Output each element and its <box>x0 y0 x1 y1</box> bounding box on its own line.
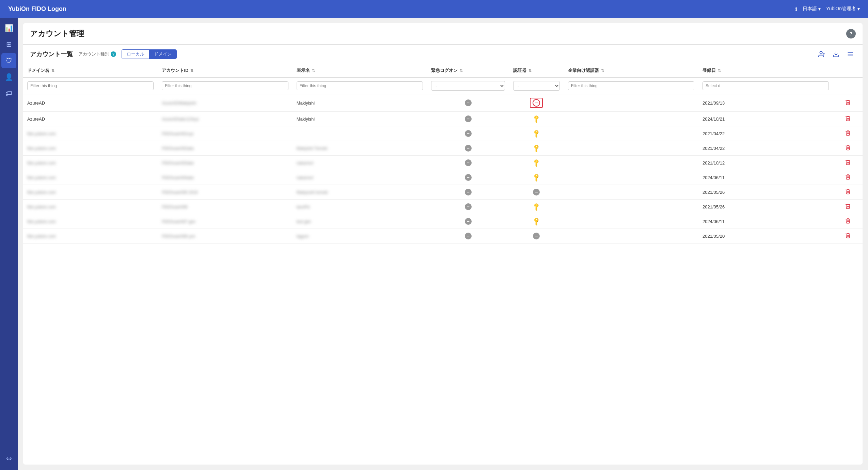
cell-enterprise <box>564 112 698 126</box>
sidebar-item-shield[interactable]: 🛡 <box>1 53 16 68</box>
sort-icon-date[interactable]: ⇅ <box>718 68 721 73</box>
delete-button[interactable] <box>845 190 851 195</box>
sort-icon-authenticator[interactable]: ⇅ <box>528 68 532 73</box>
filter-cell-account-id <box>158 77 292 94</box>
delete-button[interactable] <box>845 100 851 106</box>
sort-icon-account-id[interactable]: ⇅ <box>190 68 193 73</box>
list-options-button[interactable] <box>845 49 856 60</box>
filter-display-name-input[interactable] <box>297 81 423 90</box>
cell-authenticator: 🔑 <box>509 141 564 156</box>
cell-date: 2024/06/11 <box>698 170 833 185</box>
add-user-button[interactable] <box>816 49 827 60</box>
shield-icon: 🛡 <box>5 57 12 65</box>
account-type-text: アカウント種別 <box>78 51 109 57</box>
cell-domain: fido.yubion.com <box>23 229 158 244</box>
svg-point-0 <box>820 51 822 54</box>
cell-date: 2021/04/22 <box>698 126 833 141</box>
sidebar-item-grid[interactable]: ⊞ <box>1 37 16 52</box>
cell-display-name: Makiyishi <box>293 94 427 112</box>
filter-cell-display-name <box>293 77 427 94</box>
delete-button[interactable] <box>845 204 851 210</box>
filter-enterprise-input[interactable] <box>568 81 694 90</box>
emergency-minus-icon: − <box>465 189 472 195</box>
cell-date: 2021/09/13 <box>698 94 833 112</box>
user-menu[interactable]: YubiOn管理者 ▾ <box>826 6 860 12</box>
language-label: 日本語 <box>803 6 817 12</box>
emergency-minus-icon: − <box>465 174 472 181</box>
emergency-minus-icon: − <box>465 203 472 210</box>
authenticator-key-icon: 🔑 <box>532 158 541 168</box>
cell-delete <box>833 229 863 244</box>
table-row: fido.yubion.comFIDO\user008 yontagyon − … <box>23 229 863 244</box>
table-row: fido.yubion.comFIDO\user005 2016Makiyosh… <box>23 185 863 200</box>
sort-icon-display-name[interactable]: ⇅ <box>312 68 315 73</box>
cell-date: 2021/05/26 <box>698 185 833 200</box>
cell-emergency: − <box>427 200 509 214</box>
delete-button[interactable] <box>845 160 851 166</box>
main-layout: 📊 ⊞ 🛡 👤 🏷 ⇔ アカウント管理 ? アカウント一覧 アカ <box>0 18 868 470</box>
filter-date-input[interactable] <box>703 81 829 90</box>
cell-account-id: FIDO\user005 2016 <box>158 185 292 200</box>
sort-icon-domain[interactable]: ⇅ <box>51 68 54 73</box>
sort-icon-enterprise[interactable]: ⇅ <box>601 68 604 73</box>
account-type-help-icon[interactable]: ? <box>111 51 116 57</box>
table-row: fido.yubion.comFIDO\user007 gentest gen … <box>23 214 863 229</box>
column-headers: ドメイン名 ⇅ アカウントID ⇅ 表示名 <box>23 64 863 77</box>
filter-account-id-input[interactable] <box>162 81 288 90</box>
cell-enterprise <box>564 200 698 214</box>
emergency-minus-icon: − <box>465 145 472 152</box>
account-type-toggle: ローカル ドメイン <box>122 49 177 59</box>
language-selector[interactable]: 日本語 ▾ <box>803 6 821 12</box>
emergency-minus-icon: − <box>465 233 472 239</box>
delete-button[interactable] <box>845 175 851 181</box>
chart-icon: 📊 <box>5 24 13 32</box>
emergency-minus-icon: − <box>465 159 472 166</box>
delete-button[interactable] <box>845 131 851 137</box>
filter-cell-emergency: - 有 無 <box>427 77 509 94</box>
table-container: アカウント一覧 アカウント種別 ? ローカル ドメイン <box>23 45 863 465</box>
filter-domain-input[interactable] <box>27 81 154 90</box>
cell-enterprise <box>564 229 698 244</box>
authenticator-key-icon: 🔑 <box>532 202 541 212</box>
filter-authenticator-select[interactable]: - 有 無 <box>513 81 560 91</box>
cell-display-name: Makiyishi <box>293 112 427 126</box>
swap-icon: ⇔ <box>6 454 12 463</box>
sort-icon-emergency[interactable]: ⇅ <box>460 68 463 73</box>
cell-date: 2021/05/20 <box>698 229 833 244</box>
account-list-title: アカウント一覧 <box>30 50 73 58</box>
cell-emergency: − <box>427 112 509 126</box>
cell-delete <box>833 126 863 141</box>
sidebar-item-chart[interactable]: 📊 <box>1 20 16 35</box>
filter-cell-domain <box>23 77 158 94</box>
delete-button[interactable] <box>845 219 851 225</box>
cell-account-id: FIDO\user001xyz <box>158 126 292 141</box>
info-icon[interactable]: ℹ <box>795 6 797 12</box>
cell-authenticator: − <box>509 94 564 112</box>
toggle-domain-button[interactable]: ドメイン <box>149 50 176 59</box>
sidebar-item-swap[interactable]: ⇔ <box>1 451 16 466</box>
delete-button[interactable] <box>845 146 851 152</box>
cell-account-id: AzureAD\abc123xyz <box>158 112 292 126</box>
cell-domain: AzureAD <box>23 112 158 126</box>
cell-date: 2021/05/26 <box>698 200 833 214</box>
sidebar-item-tag[interactable]: 🏷 <box>1 86 16 101</box>
filter-emergency-select[interactable]: - 有 無 <box>431 81 505 91</box>
table-body: AzureADAzureAD\MakiyishiMakiyishi − − 20… <box>23 94 863 244</box>
cell-authenticator: 🔑 <box>509 200 564 214</box>
help-icon[interactable]: ? <box>846 29 856 38</box>
col-header-display-name: 表示名 ⇅ <box>293 64 427 77</box>
sidebar-item-person[interactable]: 👤 <box>1 69 16 84</box>
table-row: AzureADAzureAD\MakiyishiMakiyishi − − 20… <box>23 94 863 112</box>
cell-display-name: tagyon <box>293 229 427 244</box>
toggle-local-button[interactable]: ローカル <box>122 50 149 59</box>
filter-cell-date <box>698 77 833 94</box>
download-button[interactable] <box>831 49 841 60</box>
cell-enterprise <box>564 214 698 229</box>
app-title: YubiOn FIDO Logon <box>8 5 795 13</box>
accounts-table: ドメイン名 ⇅ アカウントID ⇅ 表示名 <box>23 64 863 244</box>
topnav-right: ℹ 日本語 ▾ YubiOn管理者 ▾ <box>795 6 860 12</box>
emergency-minus-icon: − <box>465 218 472 225</box>
authenticator-highlighted-cell: − <box>530 98 543 108</box>
delete-button[interactable] <box>845 116 851 122</box>
delete-button[interactable] <box>845 234 851 239</box>
